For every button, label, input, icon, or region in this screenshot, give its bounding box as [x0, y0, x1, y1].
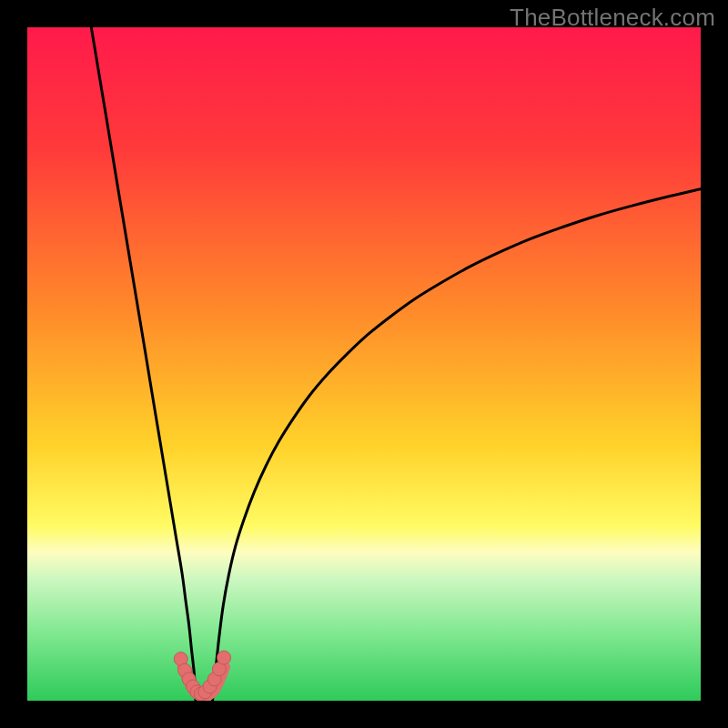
chart-background-gradient	[27, 27, 701, 701]
chart-svg	[27, 27, 701, 701]
chart-plot-area	[27, 27, 701, 701]
chart-frame: TheBottleneck.com	[0, 0, 728, 728]
valley-marker	[217, 651, 231, 664]
